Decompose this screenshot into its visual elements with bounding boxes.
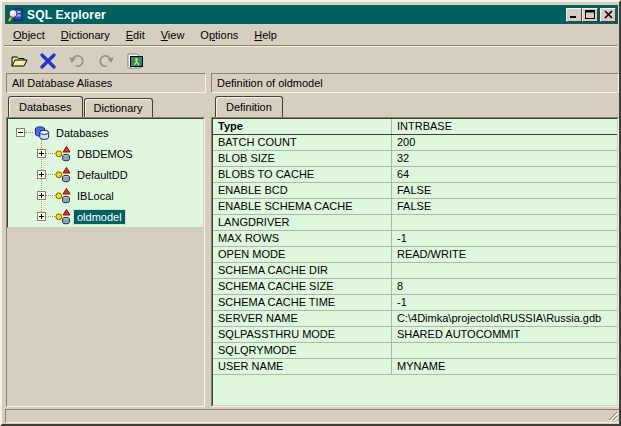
left-tabs: DatabasesDictionary (8, 96, 154, 117)
definition-row-server-name[interactable]: SERVER NAMEC:\4Dimka\projectold\RUSSIA\R… (213, 311, 617, 327)
tree-row-oldmodel[interactable]: oldmodel (8, 206, 203, 227)
definition-property-name: SERVER NAME (213, 311, 392, 326)
definition-property-name: USER NAME (213, 359, 392, 374)
database-alias-icon (55, 146, 71, 162)
left-pane-header: All Database Aliases (6, 73, 206, 93)
open-folder-icon (10, 53, 28, 69)
tree-row-dbdemos[interactable]: DBDEMOS (8, 143, 203, 164)
definition-property-name: ENABLE BCD (213, 183, 392, 198)
sql-monitor-icon (126, 53, 144, 69)
sql-explorer-window: SQL Explorer ObjectDictionaryEditViewOpt… (0, 0, 621, 426)
definition-grid: TypeINTRBASEBATCH COUNT200BLOB SIZE32BLO… (212, 118, 618, 406)
resize-grip-icon (606, 409, 618, 421)
definition-row-sqlqrymode[interactable]: SQLQRYMODE (213, 343, 617, 359)
definition-property-value: INTRBASE (392, 119, 617, 134)
definition-row-type[interactable]: TypeINTRBASE (213, 119, 617, 135)
menu-item-dictionary[interactable]: Dictionary (53, 27, 118, 43)
tree-node-label[interactable]: IBLocal (74, 189, 117, 203)
definition-row-enable-schema-cache[interactable]: ENABLE SCHEMA CACHEFALSE (213, 199, 617, 215)
definition-property-value: MYNAME (392, 359, 617, 374)
definition-row-blobs-to-cache[interactable]: BLOBS TO CACHE64 (213, 167, 617, 183)
definition-row-open-mode[interactable]: OPEN MODEREAD/WRITE (213, 247, 617, 263)
menu-item-object[interactable]: Object (5, 27, 53, 43)
definition-property-value: 64 (392, 167, 617, 182)
maximize-icon (585, 10, 595, 19)
definition-row-enable-bcd[interactable]: ENABLE BCDFALSE (213, 183, 617, 199)
delete-button[interactable] (35, 49, 61, 73)
right-tabs: Definition (215, 96, 284, 117)
undo-arrow-icon (68, 53, 86, 69)
left-tab-dictionary[interactable]: Dictionary (84, 98, 153, 117)
tree-row-defaultdd[interactable]: DefaultDD (8, 164, 203, 185)
definition-row-sqlpassthru-mode[interactable]: SQLPASSTHRU MODESHARED AUTOCOMMIT (213, 327, 617, 343)
tree-expand-plus-icon[interactable] (37, 170, 46, 179)
definition-property-name: ENABLE SCHEMA CACHE (213, 199, 392, 214)
definition-property-value (392, 263, 617, 278)
tree-expand-plus-icon[interactable] (37, 191, 46, 200)
database-alias-icon (55, 188, 71, 204)
minimize-icon (569, 10, 579, 19)
tree-node-label[interactable]: oldmodel (74, 210, 125, 224)
definition-row-user-name[interactable]: USER NAMEMYNAME (213, 359, 617, 375)
definition-property-value: C:\4Dimka\projectold\RUSSIA\Russia.gdb (392, 311, 617, 326)
definition-row-schema-cache-size[interactable]: SCHEMA CACHE SIZE8 (213, 279, 617, 295)
definition-property-name: SQLPASSTHRU MODE (213, 327, 392, 342)
status-bar (5, 409, 620, 423)
definition-row-max-rows[interactable]: MAX ROWS-1 (213, 231, 617, 247)
maximize-button[interactable] (582, 8, 598, 22)
undo-button[interactable] (64, 49, 90, 73)
menu-bar: ObjectDictionaryEditViewOptionsHelp (5, 26, 285, 44)
sql-monitor-button[interactable] (122, 49, 148, 73)
definition-row-batch-count[interactable]: BATCH COUNT200 (213, 135, 617, 151)
definition-property-name: SQLQRYMODE (213, 343, 392, 358)
tree-node-label[interactable]: Databases (53, 126, 112, 140)
right-tab-definition[interactable]: Definition (215, 96, 283, 117)
left-tab-databases[interactable]: Databases (8, 96, 83, 117)
toolbar (6, 48, 151, 74)
definition-property-name: SCHEMA CACHE SIZE (213, 279, 392, 294)
menu-item-help[interactable]: Help (246, 27, 285, 43)
definition-property-value: SHARED AUTOCOMMIT (392, 327, 617, 342)
definition-row-blob-size[interactable]: BLOB SIZE32 (213, 151, 617, 167)
right-pane-header: Definition of oldmodel (211, 73, 619, 93)
tree-collapse-minus-icon[interactable] (16, 128, 25, 137)
definition-property-name: LANGDRIVER (213, 215, 392, 230)
tree-expand-plus-icon[interactable] (37, 212, 46, 221)
definition-property-value: 32 (392, 151, 617, 166)
title-bar: SQL Explorer (5, 5, 618, 24)
definition-row-langdriver[interactable]: LANGDRIVER (213, 215, 617, 231)
definition-property-name: SCHEMA CACHE TIME (213, 295, 392, 310)
tree-row-iblocal[interactable]: IBLocal (8, 185, 203, 206)
tree-node-label[interactable]: DBDEMOS (74, 147, 136, 161)
definition-property-value: FALSE (392, 183, 617, 198)
database-magnifier-app-icon (7, 7, 23, 23)
redo-button[interactable] (93, 49, 119, 73)
definition-property-value: 200 (392, 135, 617, 150)
close-button[interactable] (600, 8, 616, 22)
tree-row-databases[interactable]: Databases (8, 122, 203, 143)
definition-property-value (392, 343, 617, 358)
definition-property-name: BLOBS TO CACHE (213, 167, 392, 182)
definition-property-name: MAX ROWS (213, 231, 392, 246)
definition-property-value: 8 (392, 279, 617, 294)
definition-property-name: BATCH COUNT (213, 135, 392, 150)
minimize-button[interactable] (566, 8, 582, 22)
menu-item-options[interactable]: Options (192, 27, 246, 43)
menu-item-edit[interactable]: Edit (118, 27, 153, 43)
resize-grip[interactable] (606, 409, 618, 421)
database-alias-icon (55, 167, 71, 183)
open-button[interactable] (6, 49, 32, 73)
definition-row-schema-cache-dir[interactable]: SCHEMA CACHE DIR (213, 263, 617, 279)
definition-property-value: READ/WRITE (392, 247, 617, 262)
definition-property-value (392, 215, 617, 230)
definition-property-value: -1 (392, 295, 617, 310)
menu-separator (4, 45, 617, 47)
definition-property-value: -1 (392, 231, 617, 246)
tree-node-label[interactable]: DefaultDD (74, 168, 131, 182)
database-alias-icon (55, 209, 71, 225)
menu-item-view[interactable]: View (153, 27, 193, 43)
databases-icon (34, 125, 50, 141)
definition-property-name: Type (213, 119, 392, 134)
definition-row-schema-cache-time[interactable]: SCHEMA CACHE TIME-1 (213, 295, 617, 311)
tree-expand-plus-icon[interactable] (37, 149, 46, 158)
